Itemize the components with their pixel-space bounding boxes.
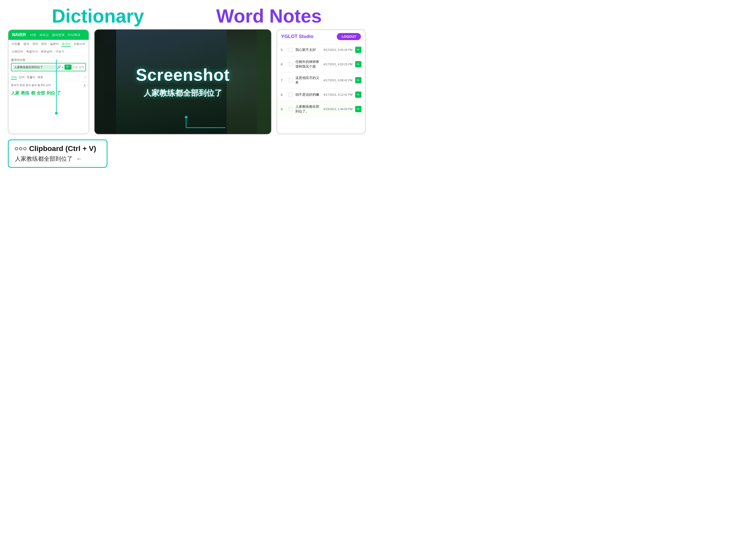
filter-meaning[interactable]: 뜻풀이 (27, 75, 35, 80)
link-icon[interactable]: 🔗 (57, 65, 61, 69)
row-number: 5 (281, 48, 286, 52)
tab-sajeonhome[interactable]: 사전홈 (11, 42, 21, 47)
row-checkbox[interactable] (289, 62, 293, 66)
word-note-row-5: 5 我心脏不太好 4/17/2021, 4:03:18 PM ✏ (277, 44, 365, 56)
dict-results-header: 중국어 문장 분석 결과 총 6개 단어 ∧ (8, 81, 88, 89)
dictionary-title: Dictionary (52, 5, 144, 27)
naver-nav: 사전 파파고 참여번역 지식백과 (30, 33, 80, 37)
edit-button[interactable]: ✏ (355, 47, 361, 53)
dict-label: 중국어사전 (11, 58, 86, 62)
word-note-row-6: 6 任晓年的律师希望和我见个面 4/17/2021, 4:03:25 PM ✏ (277, 56, 365, 72)
word-note-row-9: 9 人家教练都全部到位了。 4/19/2021, 1:48:09 PM ✏ (277, 101, 365, 117)
tab-chinese[interactable]: 중국어 (61, 42, 71, 47)
row-number: 8 (281, 93, 286, 97)
tab-chinese-char[interactable]: 한자 (41, 42, 47, 47)
row-checkbox[interactable] (289, 93, 293, 97)
clipboard-header: Clipboard (Ctrl + V) (15, 145, 100, 153)
dict-language-tabs: 사전홈 영어 국어 한자 일본어 중국어 프랑스어 스페인어 독일어 U 베트남… (8, 40, 88, 56)
naver-nav-item-sajeon[interactable]: 사전 (30, 33, 36, 37)
screenshot-label: Screenshot 人家教练都全部到位了 (136, 65, 230, 99)
dict-search-icons: 🔗 ▾ (57, 65, 63, 69)
word-daodwei[interactable]: 到位 (47, 91, 55, 96)
filter-all[interactable]: 전체 (11, 75, 17, 80)
row-text: 这是他应尽的义务 (295, 76, 321, 85)
word-note-row-7: 7 这是他应尽的义务 4/17/2021, 4:08:42 PM ✏ (277, 72, 365, 88)
word-notes-list: 5 我心脏不太好 4/17/2021, 4:03:18 PM ✏ 6 任晓年的律… (277, 44, 365, 117)
tab-more[interactable]: 더보기 (55, 49, 65, 54)
edit-button[interactable]: ✏ (355, 77, 361, 83)
naver-header: NAVER 사전 파파고 참여번역 지식백과 (8, 30, 88, 40)
row-number: 9 (281, 107, 286, 111)
logout-button[interactable]: LOGOUT (337, 33, 361, 40)
dropdown-arrow[interactable]: ▾ (62, 66, 63, 69)
word-le[interactable]: 了 (57, 91, 61, 96)
tab-japanese[interactable]: 일본어 (50, 42, 59, 47)
row-text: 任晓年的律师希望和我见个面 (295, 59, 321, 69)
word-renjia[interactable]: 人家 (11, 91, 19, 96)
word-jiaolian[interactable]: 教练 (21, 91, 29, 96)
dict-search-area: 중국어사전 🔗 ▾ 🔍 고급 검색 (8, 56, 88, 74)
row-checkbox[interactable] (289, 48, 293, 52)
naver-nav-item-papago[interactable]: 파파고 (39, 33, 49, 37)
search-button[interactable]: 🔍 (65, 65, 72, 70)
word-notes-title: Word Notes (216, 5, 322, 27)
tab-vietnamese[interactable]: 베트남어 (41, 49, 53, 54)
dict-words: 人家 教练 都 全部 到位 了 (8, 89, 88, 99)
tab-german[interactable]: 독일어 U (26, 49, 38, 54)
bottom-area: Clipboard (Ctrl + V) 人家教练都全部到位了 ← (0, 134, 374, 173)
clipboard-box: Clipboard (Ctrl + V) 人家教练都全部到位了 ← (8, 139, 107, 168)
row-date: 4/17/2021, 4:03:25 PM (324, 63, 353, 66)
yglot-header: YGLOT Studio LOGOUT (277, 30, 365, 44)
naver-logo: NAVER (12, 32, 26, 37)
tab-korean[interactable]: 국어 (32, 42, 38, 47)
word-dou[interactable]: 都 (31, 91, 35, 96)
filter-word[interactable]: 단어 (19, 75, 25, 80)
tab-french[interactable]: 프랑스어 (73, 42, 86, 47)
edit-button[interactable]: ✏ (355, 106, 361, 112)
yglot-studio-title: YGLOT Studio (281, 34, 313, 39)
dot-2 (19, 147, 22, 150)
word-quanbu[interactable]: 全部 (37, 91, 45, 96)
filter-example[interactable]: 예문 (37, 75, 43, 80)
dot-3 (23, 147, 26, 150)
row-checkbox[interactable] (289, 78, 293, 82)
screenshot-subtitle: 人家教练都全部到位了 (136, 88, 230, 99)
edit-button[interactable]: ✏ (355, 61, 361, 67)
clipboard-title: Clipboard (Ctrl + V) (29, 145, 96, 153)
dict-search-box: 🔗 ▾ 🔍 고급 검색 (11, 63, 86, 71)
dict-filter-tabs: 전체 단어 뜻풀이 예문 그 (8, 74, 88, 81)
row-number: 6 (281, 62, 286, 66)
row-date: 4/17/2021, 4:12:42 PM (324, 93, 353, 96)
row-checkbox[interactable] (289, 107, 293, 111)
clipboard-arrow: ← (76, 155, 82, 162)
dictionary-panel: NAVER 사전 파파고 참여번역 지식백과 사전홈 영어 국어 한자 일본어 … (8, 29, 89, 134)
row-date: 4/17/2021, 4:08:42 PM (324, 79, 353, 82)
clipboard-content: 人家教练都全部到位了 (15, 155, 73, 162)
dot-1 (15, 147, 18, 150)
clipboard-dots (15, 147, 26, 150)
collapse-button[interactable]: ∧ (83, 83, 86, 87)
naver-nav-item-community[interactable]: 참여번역 (52, 33, 65, 37)
word-notes-panel: YGLOT Studio LOGOUT 5 我心脏不太好 4/17/2021, … (277, 29, 366, 134)
row-text: 我心脏不太好 (295, 47, 321, 52)
row-number: 7 (281, 78, 286, 82)
door-frame (95, 30, 116, 134)
row-text: 人家教练都全部到位了。 (295, 104, 321, 114)
row-date: 4/17/2021, 4:03:18 PM (324, 48, 353, 51)
tab-spanish[interactable]: 스페인어 (11, 49, 24, 54)
screenshot-title: Screenshot (136, 65, 230, 85)
tab-english[interactable]: 영어 (23, 42, 30, 47)
results-text: 중국어 문장 분석 결과 총 6개 단어 (11, 83, 51, 87)
screenshot-area: Screenshot 人家教练都全部到位了 (94, 29, 271, 134)
filter-extra[interactable]: 그 (83, 75, 86, 80)
row-text: 咱不是说好的嘛 (295, 92, 321, 97)
word-note-row-8: 8 咱不是说好的嘛 4/17/2021, 4:12:42 PM ✏ (277, 88, 365, 101)
dict-search-input[interactable] (13, 65, 56, 69)
row-date: 4/19/2021, 1:48:09 PM (324, 107, 353, 111)
edit-button[interactable]: ✏ (355, 92, 361, 98)
naver-nav-item-knowledge[interactable]: 지식백과 (68, 33, 80, 37)
advanced-search-label[interactable]: 고급 검색 (73, 65, 84, 69)
clipboard-text: 人家教练都全部到位了 ← (15, 155, 100, 163)
